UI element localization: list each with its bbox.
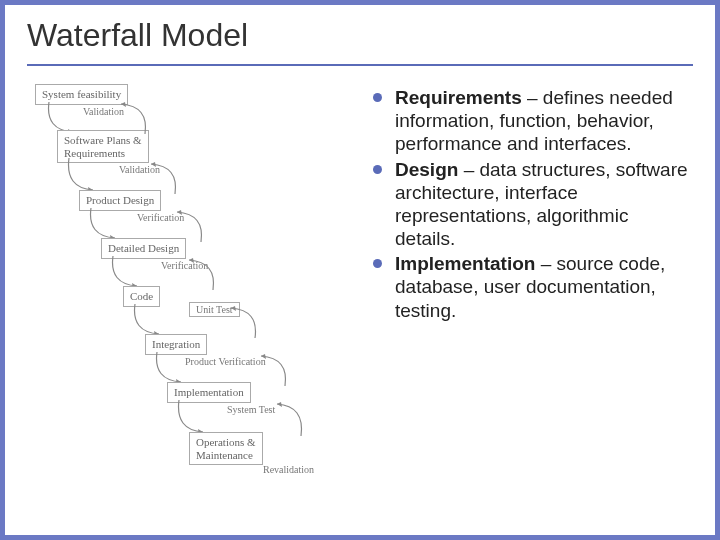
title-area: Waterfall Model bbox=[5, 5, 715, 60]
stage-sublabel: Validation bbox=[119, 164, 160, 175]
bullet-item: Implementation – source code, database, … bbox=[373, 252, 693, 322]
stage-sublabel: Product Verification bbox=[185, 356, 266, 367]
stage-label: Software Plans &Requirements bbox=[64, 134, 142, 159]
stage-box: Detailed Design bbox=[101, 238, 186, 259]
arrow-up-icon bbox=[271, 398, 311, 438]
stage-label: Detailed Design bbox=[108, 242, 179, 254]
stage-label: Integration bbox=[152, 338, 200, 350]
stage-box: System feasibility bbox=[35, 84, 128, 105]
slide: Waterfall Model System feasibility Valid… bbox=[5, 5, 715, 535]
stage-sublabel: Unit Test bbox=[189, 302, 240, 317]
stage-sublabel: Validation bbox=[83, 106, 124, 117]
bullet-list: Requirements – defines needed informatio… bbox=[373, 84, 693, 504]
stage-box: Code bbox=[123, 286, 160, 307]
stage-box: Software Plans &Requirements bbox=[57, 130, 149, 163]
stage-label: Code bbox=[130, 290, 153, 302]
stage-sublabel: Verification bbox=[161, 260, 208, 271]
stage-box: Integration bbox=[145, 334, 207, 355]
content-area: System feasibility Validation Software P… bbox=[5, 66, 715, 522]
bullet-term: Design bbox=[395, 159, 458, 180]
bullet-item: Design – data structures, software archi… bbox=[373, 158, 693, 251]
waterfall-diagram: System feasibility Validation Software P… bbox=[35, 84, 355, 504]
stage-label: Operations &Maintenance bbox=[196, 436, 256, 461]
stage-box: Product Design bbox=[79, 190, 161, 211]
stage-sublabel: Verification bbox=[137, 212, 184, 223]
stage-box: Operations &Maintenance bbox=[189, 432, 263, 465]
bullet-term: Requirements bbox=[395, 87, 522, 108]
slide-title: Waterfall Model bbox=[27, 17, 693, 54]
stage-label: System feasibility bbox=[42, 88, 121, 100]
stage-label: Implementation bbox=[174, 386, 244, 398]
bullet-item: Requirements – defines needed informatio… bbox=[373, 86, 693, 156]
stage-box: Implementation bbox=[167, 382, 251, 403]
stage-sublabel: Revalidation bbox=[263, 464, 314, 475]
stage-label: Product Design bbox=[86, 194, 154, 206]
bullet-term: Implementation bbox=[395, 253, 535, 274]
stage-sublabel: System Test bbox=[227, 404, 275, 415]
